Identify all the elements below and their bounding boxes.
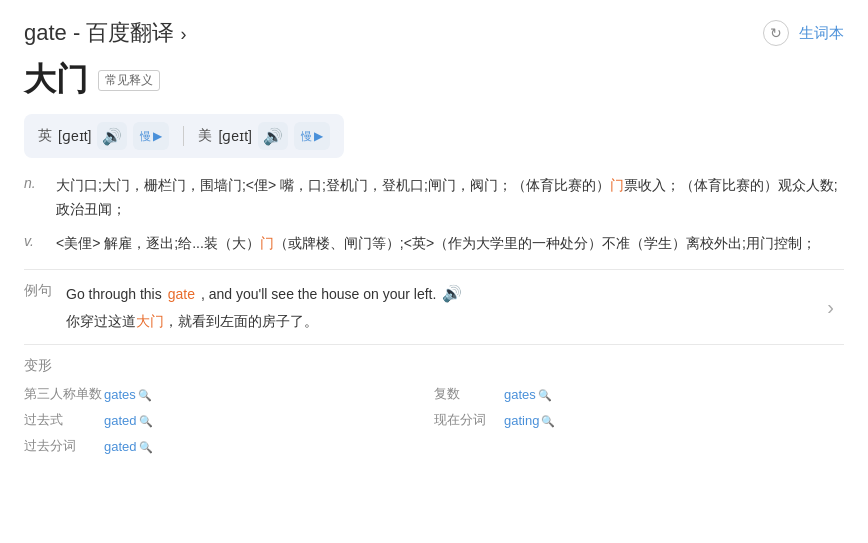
search-icon-4[interactable]: 🔍 (541, 415, 555, 427)
word-chinese: 大门 (24, 58, 88, 102)
phonetic-divider (183, 126, 184, 146)
past-tense-label: 过去式 (24, 411, 104, 429)
inflection-col-4: 现在分词 gating🔍 (434, 411, 844, 429)
refresh-button[interactable]: ↻ (763, 20, 789, 46)
inflection-row-1: 第三人称单数 gates🔍 复数 gates🔍 (24, 385, 844, 403)
example-en-prefix: Go through this (66, 282, 162, 307)
search-icon-3[interactable]: 🔍 (139, 415, 153, 427)
inflection-row-3: 过去分词 gated🔍 (24, 437, 844, 455)
en-sound-button[interactable]: 🔊 (97, 122, 127, 150)
pos-verb: v. (24, 232, 46, 249)
present-participle-label: 现在分词 (434, 411, 504, 429)
example-en-suffix: , and you'll see the house on your left. (201, 282, 436, 307)
us-phonetic: [ɡeɪt] (218, 128, 251, 144)
example-en-gate: gate (168, 282, 195, 307)
en-phonetic: [ɡeɪt] (58, 128, 91, 144)
phonetic-en: 英 [ɡeɪt] 🔊 慢▶ (38, 122, 169, 150)
past-participle-value[interactable]: gated🔍 (104, 439, 153, 454)
present-participle-value[interactable]: gating🔍 (504, 413, 555, 428)
page-title: gate - 百度翻译 › (24, 18, 187, 48)
highlight-gate-verb: 门 (260, 235, 274, 251)
def-text-noun: 大门口;大门，栅栏门，围墙门;<俚> 嘴，口;登机门，登机口;闸门，阀门；（体育… (56, 174, 844, 222)
vocabulary-button[interactable]: 生词本 (799, 24, 844, 43)
definitions-section: n. 大门口;大门，栅栏门，围墙门;<俚> 嘴，口;登机门，登机口;闸门，阀门；… (24, 174, 844, 255)
us-slow-button[interactable]: 慢▶ (294, 122, 330, 150)
example-zh-gate: 大门 (136, 313, 164, 329)
search-icon-2[interactable]: 🔍 (538, 389, 552, 401)
example-zh-prefix: 你穿过这道 (66, 313, 136, 329)
en-label: 英 (38, 127, 52, 145)
inflection-col-6 (434, 437, 844, 455)
third-person-value[interactable]: gates🔍 (104, 387, 152, 402)
phonetic-us: 美 [ɡeɪt] 🔊 慢▶ (198, 122, 329, 150)
chevron-icon: › (181, 24, 187, 44)
main-word: 大门 常见释义 (24, 58, 844, 102)
past-tense-value[interactable]: gated🔍 (104, 413, 153, 428)
example-en: Go through this gate , and you'll see th… (66, 280, 814, 309)
common-tag[interactable]: 常见释义 (98, 70, 160, 91)
divider-2 (24, 344, 844, 345)
search-icon-5[interactable]: 🔍 (139, 441, 153, 453)
plural-value[interactable]: gates🔍 (504, 387, 552, 402)
inflection-row-2: 过去式 gated🔍 现在分词 gating🔍 (24, 411, 844, 429)
def-row-noun: n. 大门口;大门，栅栏门，围墙门;<俚> 嘴，口;登机门，登机口;闸门，阀门；… (24, 174, 844, 222)
example-expand-icon[interactable]: › (827, 296, 834, 319)
example-content: 例句 Go through this gate , and you'll see… (24, 280, 814, 334)
example-text: Go through this gate , and you'll see th… (66, 280, 814, 334)
inflection-col-3: 过去式 gated🔍 (24, 411, 434, 429)
example-label: 例句 (24, 280, 56, 300)
past-participle-label: 过去分词 (24, 437, 104, 455)
example-zh-suffix: ，就看到左面的房子了。 (164, 313, 318, 329)
inflection-col-5: 过去分词 gated🔍 (24, 437, 434, 455)
pos-noun: n. (24, 174, 46, 191)
en-slow-button[interactable]: 慢▶ (133, 122, 169, 150)
inflection-col-1: 第三人称单数 gates🔍 (24, 385, 434, 403)
third-person-label: 第三人称单数 (24, 385, 104, 403)
search-icon-1[interactable]: 🔍 (138, 389, 152, 401)
def-text-verb: <美俚> 解雇，逐出;给...装（大）门（或牌楼、闸门等）;<英>（作为大学里的… (56, 232, 816, 256)
highlight-gate-noun: 门 (610, 177, 624, 193)
us-label: 美 (198, 127, 212, 145)
example-section: 例句 Go through this gate , and you'll see… (24, 280, 844, 334)
example-zh: 你穿过这道大门，就看到左面的房子了。 (66, 309, 814, 334)
inflection-col-2: 复数 gates🔍 (434, 385, 844, 403)
divider-1 (24, 269, 844, 270)
example-sound-button[interactable]: 🔊 (442, 280, 462, 309)
variation-title: 变形 (24, 357, 52, 375)
us-sound-button[interactable]: 🔊 (258, 122, 288, 150)
def-row-verb: v. <美俚> 解雇，逐出;给...装（大）门（或牌楼、闸门等）;<英>（作为大… (24, 232, 844, 256)
inflections-section: 变形 第三人称单数 gates🔍 复数 gates🔍 过去式 gat (24, 355, 844, 455)
phonetics-bar: 英 [ɡeɪt] 🔊 慢▶ 美 [ɡeɪt] 🔊 慢▶ (24, 114, 344, 158)
plural-label: 复数 (434, 385, 504, 403)
